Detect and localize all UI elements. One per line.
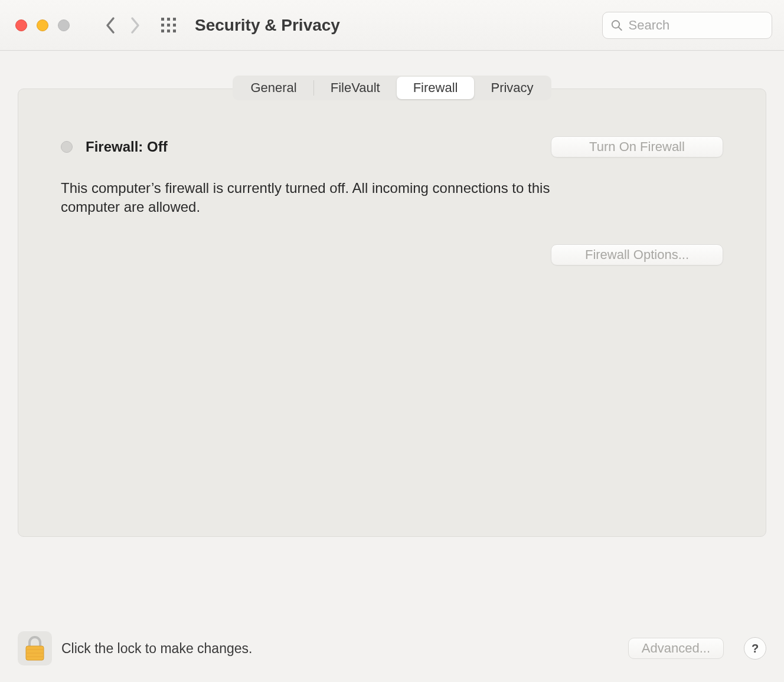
firewall-description: This computer’s firewall is currently tu… xyxy=(61,179,569,217)
lock-button[interactable] xyxy=(18,631,52,665)
search-icon xyxy=(611,19,622,32)
back-button[interactable] xyxy=(99,14,123,37)
firewall-status-label: Firewall: Off xyxy=(86,139,168,155)
svg-rect-6 xyxy=(161,29,164,32)
minimize-window-button[interactable] xyxy=(37,19,48,31)
footer: Click the lock to make changes. Advanced… xyxy=(0,618,784,682)
turn-on-firewall-button[interactable]: Turn On Firewall xyxy=(551,136,723,158)
svg-rect-4 xyxy=(167,24,170,27)
tab-bar: General FileVault Firewall Privacy xyxy=(18,76,766,100)
svg-rect-1 xyxy=(167,18,170,21)
main-content: General FileVault Firewall Privacy Firew… xyxy=(0,51,784,537)
search-field[interactable] xyxy=(602,12,772,39)
lock-hint-label: Click the lock to make changes. xyxy=(61,641,252,657)
show-all-button[interactable] xyxy=(161,17,177,34)
firewall-panel: Firewall: Off Turn On Firewall This comp… xyxy=(18,88,766,537)
page-title: Security & Privacy xyxy=(195,16,340,35)
grid-icon xyxy=(161,17,177,34)
svg-rect-3 xyxy=(161,24,164,27)
svg-rect-5 xyxy=(173,24,176,27)
help-icon: ? xyxy=(752,642,759,655)
svg-rect-7 xyxy=(167,29,170,32)
svg-rect-8 xyxy=(173,29,176,32)
firewall-options-button[interactable]: Firewall Options... xyxy=(551,244,723,265)
advanced-button[interactable]: Advanced... xyxy=(628,638,724,659)
tab-filevault[interactable]: FileVault xyxy=(314,77,397,99)
zoom-window-button[interactable] xyxy=(58,19,70,31)
svg-line-10 xyxy=(619,27,622,29)
lock-icon xyxy=(24,635,46,661)
help-button[interactable]: ? xyxy=(744,637,766,660)
tab-privacy[interactable]: Privacy xyxy=(474,77,550,99)
chevron-right-icon xyxy=(129,17,141,34)
svg-rect-2 xyxy=(173,18,176,21)
toolbar: Security & Privacy xyxy=(0,0,784,51)
firewall-status-indicator-icon xyxy=(61,141,73,153)
tab-general[interactable]: General xyxy=(234,77,313,99)
forward-button xyxy=(123,14,146,37)
close-window-button[interactable] xyxy=(15,19,27,31)
window-controls xyxy=(15,19,70,31)
chevron-left-icon xyxy=(105,17,117,34)
svg-rect-0 xyxy=(161,18,164,21)
tab-firewall[interactable]: Firewall xyxy=(397,77,475,99)
search-input[interactable] xyxy=(628,18,763,33)
